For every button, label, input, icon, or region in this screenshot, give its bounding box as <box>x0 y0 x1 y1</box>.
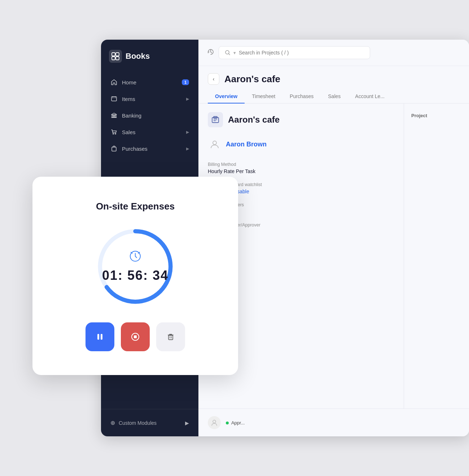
stop-button[interactable] <box>121 322 150 351</box>
svg-point-18 <box>213 420 216 423</box>
overview-body: Aaron's cafe Aaron Brown Billing Method <box>198 103 469 409</box>
svg-rect-26 <box>168 335 173 340</box>
sidebar-items-label: Items <box>122 96 135 102</box>
sidebar-item-purchases[interactable]: Purchases ▶ <box>105 141 194 157</box>
search-dropdown[interactable]: ▾ <box>233 50 236 56</box>
sales-icon <box>110 129 118 135</box>
overview-right: Project <box>404 103 469 409</box>
client-icon <box>208 137 222 151</box>
purchases-icon <box>110 145 118 152</box>
svg-point-10 <box>115 133 116 135</box>
home-icon <box>110 79 118 85</box>
client-name[interactable]: Aaron Brown <box>226 141 267 148</box>
status-dot <box>226 422 229 424</box>
history-icon[interactable] <box>207 48 214 57</box>
sidebar-item-banking[interactable]: Banking <box>105 107 194 123</box>
custom-modules-icon: ⊕ <box>110 419 115 426</box>
svg-rect-0 <box>112 53 115 56</box>
svg-point-9 <box>113 133 114 135</box>
svg-rect-23 <box>101 334 102 340</box>
sidebar-item-home[interactable]: Home 1 <box>105 74 194 90</box>
project-icon <box>208 112 223 127</box>
sidebar-purchases-label: Purchases <box>122 146 148 152</box>
custom-modules-label: Custom Modules <box>119 420 157 426</box>
billing-method-value: Hourly Rate Per Task <box>208 168 394 174</box>
tab-overview[interactable]: Overview <box>208 90 245 103</box>
top-bar: ▾ <box>198 40 469 66</box>
project-header: ‹ Aaron's cafe <box>198 66 469 85</box>
user-avatar <box>208 416 221 429</box>
items-chevron: ▶ <box>186 97 189 101</box>
items-icon <box>110 96 118 102</box>
stop-icon <box>130 332 140 342</box>
delete-button[interactable] <box>156 322 185 351</box>
banking-icon <box>110 112 118 119</box>
svg-rect-6 <box>114 115 115 117</box>
sales-chevron: ▶ <box>186 130 189 135</box>
status-label: Appr... <box>231 420 245 426</box>
timer-title: On-site Expenses <box>96 201 175 212</box>
sidebar-bottom: ⊕ Custom Modules ▶ <box>101 409 198 436</box>
svg-rect-4 <box>111 97 117 101</box>
svg-rect-7 <box>115 115 116 117</box>
svg-rect-11 <box>112 147 116 151</box>
timer-display: 01: 56: 34 <box>102 268 168 283</box>
purchases-chevron: ▶ <box>186 146 189 151</box>
back-button[interactable]: ‹ <box>208 73 219 85</box>
sidebar-item-items[interactable]: Items ▶ <box>105 91 194 107</box>
tab-purchases[interactable]: Purchases <box>282 90 321 103</box>
search-bar[interactable]: ▾ <box>219 46 370 59</box>
svg-rect-25 <box>134 335 137 338</box>
bottom-area: Appr... <box>198 409 469 436</box>
sidebar-sales-label: Sales <box>122 129 136 135</box>
logo-icon <box>109 50 122 63</box>
svg-rect-2 <box>112 57 115 60</box>
delete-icon <box>166 332 176 342</box>
home-badge: 1 <box>182 79 189 85</box>
pause-button[interactable] <box>86 322 114 351</box>
svg-rect-3 <box>116 57 119 60</box>
app-name: Books <box>126 52 150 61</box>
custom-modules-item[interactable]: ⊕ Custom Modules ▶ <box>105 415 194 431</box>
client-row: Aaron Brown <box>208 137 394 151</box>
svg-rect-5 <box>112 115 113 117</box>
bottom-status: Appr... <box>226 420 245 426</box>
sidebar-banking-label: Banking <box>122 113 141 119</box>
project-title: Aaron's cafe <box>224 74 280 85</box>
timer-circle: 01: 56: 34 <box>94 225 177 308</box>
search-input[interactable] <box>239 50 364 56</box>
clock-icon <box>102 250 168 265</box>
tab-bar: Overview Timesheet Purchases Sales Accou… <box>198 85 469 103</box>
svg-point-17 <box>213 141 216 145</box>
tab-sales[interactable]: Sales <box>321 90 348 103</box>
tab-account-ledger[interactable]: Account Le... <box>348 90 392 103</box>
app-logo: Books <box>101 40 198 71</box>
svg-rect-22 <box>97 334 99 340</box>
sidebar-item-sales[interactable]: Sales ▶ <box>105 124 194 140</box>
project-info-header: Aaron's cafe <box>208 112 394 127</box>
right-panel-label: Project <box>411 113 427 118</box>
billing-method-section: Billing Method Hourly Rate Per Task <box>208 162 394 174</box>
search-icon <box>225 50 231 56</box>
timer-controls <box>86 322 185 351</box>
timer-center: 01: 56: 34 <box>102 250 168 283</box>
svg-rect-1 <box>116 53 119 56</box>
timer-widget: On-site Expenses 01: 56: 34 <box>32 177 238 375</box>
sidebar-home-label: Home <box>122 79 136 85</box>
pause-icon <box>95 332 105 342</box>
custom-modules-chevron: ▶ <box>185 420 189 426</box>
tab-timesheet[interactable]: Timesheet <box>245 90 282 103</box>
project-name: Aaron's cafe <box>228 115 280 125</box>
billing-method-label: Billing Method <box>208 162 394 167</box>
main-content: ▾ ‹ Aaron's cafe Overview Timesheet Purc… <box>198 40 469 436</box>
